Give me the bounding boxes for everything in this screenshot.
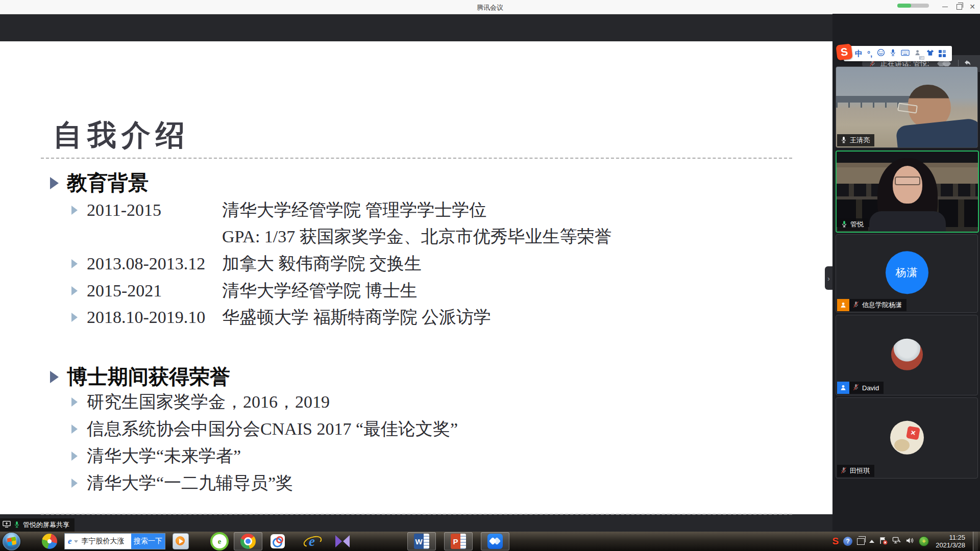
help-tray-icon[interactable]: ?: [843, 537, 852, 546]
clock-date: 2021/3/28: [936, 541, 965, 549]
window-titlebar: 腾讯会议 ✕: [0, 0, 980, 14]
participant-tile[interactable]: David: [836, 315, 978, 395]
ime-toolbar: S 中 °, 18: [844, 46, 952, 61]
avatar: 杨潇: [886, 251, 928, 294]
member-badge-icon: [837, 382, 849, 394]
section-heading: 教育背景: [50, 169, 149, 197]
ime-profile-icon[interactable]: 18: [914, 49, 922, 59]
divider: [41, 514, 792, 515]
avatar: ×: [890, 420, 924, 454]
virtual-keyboard-icon[interactable]: [901, 49, 910, 58]
word-taskbar-button[interactable]: W: [407, 532, 436, 550]
taskbar-clock[interactable]: 11:25 2021/3/28: [936, 534, 965, 549]
kmplayer-icon[interactable]: [335, 535, 350, 548]
bullet-triangle-icon: [50, 371, 59, 383]
slide-bullet-row: 研究生国家奖学金，2016，2019: [71, 390, 330, 414]
ime-toolbox-icon[interactable]: [939, 50, 946, 57]
green-browser-icon[interactable]: e: [210, 532, 229, 550]
search-button[interactable]: 搜索一下: [131, 534, 165, 549]
bullet-triangle-icon: [71, 206, 78, 215]
ime-language-toggle[interactable]: 中: [855, 49, 863, 59]
search-input[interactable]: 李宁股价大涨: [82, 537, 131, 546]
system-tray: S ? + 11:25 2021/3/28: [832, 532, 980, 551]
participant-name-chip: 王清亮: [837, 134, 874, 146]
mic-muted-icon: [841, 467, 847, 475]
participant-name: 王清亮: [850, 136, 870, 145]
internet-explorer-icon[interactable]: e: [304, 534, 320, 549]
section-heading: 博士期间获得荣誉: [50, 363, 230, 391]
window-title: 腾讯会议: [0, 3, 980, 12]
tencent-meeting-window: 腾讯会议 ✕ 自我介绍 教育背景 2011-2015 清华大学经管学院 管理学学…: [0, 0, 980, 551]
taskbar-search-box[interactable]: e 李宁股价大涨 搜索一下: [64, 533, 165, 549]
shared-screen-slide: 自我介绍 教育背景 2011-2015 清华大学经管学院 管理学学士学位 GPA…: [0, 41, 832, 514]
mic-muted-icon: [853, 301, 859, 310]
volume-tray-icon[interactable]: [905, 537, 914, 546]
slide-title: 自我介绍: [53, 116, 190, 155]
mic-on-icon: [841, 136, 847, 145]
chrome-icon: [240, 534, 256, 549]
avatar: [891, 339, 923, 370]
action-center-flag-icon[interactable]: [879, 536, 888, 547]
ime-skin-icon[interactable]: [926, 49, 934, 58]
emoji-icon[interactable]: [877, 48, 885, 59]
bullet-triangle-icon: [71, 397, 78, 407]
mic-speaking-icon: [841, 220, 847, 229]
chrome-taskbar-button[interactable]: [234, 532, 262, 550]
bullet-triangle-icon: [71, 452, 78, 461]
network-tray-icon[interactable]: [892, 536, 901, 546]
start-button[interactable]: [3, 533, 20, 550]
show-desktop-button[interactable]: [973, 532, 978, 551]
participant-tile[interactable]: 管悦: [836, 151, 979, 233]
screen-share-indicator: 管悦的屏幕共享: [0, 518, 75, 532]
bullet-triangle-icon: [71, 286, 78, 295]
bullet-triangle-icon: [71, 479, 78, 488]
participant-tile[interactable]: 杨潇 信息学院杨潇: [836, 234, 978, 313]
windows-taskbar: e 李宁股价大涨 搜索一下 e e W P S ?: [0, 532, 980, 551]
panel-collapse-button[interactable]: ›: [825, 266, 832, 290]
close-button[interactable]: ✕: [967, 2, 978, 11]
mic-on-green-icon: [14, 521, 20, 530]
bullet-triangle-icon: [71, 259, 78, 268]
screen-share-icon: [3, 520, 11, 530]
restore-button[interactable]: [953, 2, 965, 11]
chevron-down-icon[interactable]: [74, 540, 78, 543]
slide-bullet-row: 清华大学“未来学者”: [71, 444, 241, 468]
bullet-triangle-icon: [71, 424, 78, 434]
share-tag-label: 管悦的屏幕共享: [23, 520, 69, 530]
ie-mini-icon: e: [68, 536, 72, 546]
media-player-icon[interactable]: [173, 533, 189, 549]
voice-input-icon[interactable]: [890, 48, 896, 59]
member-badge-icon: [837, 299, 849, 311]
meeting-taskbar-button[interactable]: [481, 532, 509, 550]
mic-muted-icon: [853, 384, 859, 392]
clock-time: 11:25: [949, 534, 965, 541]
ime-punctuation-toggle[interactable]: °,: [867, 49, 872, 58]
participant-tile[interactable]: × 田恒琪: [836, 397, 978, 479]
bullet-triangle-icon: [50, 177, 59, 189]
baidu-netdisk-icon[interactable]: [271, 534, 285, 548]
powerpoint-taskbar-button[interactable]: P: [444, 532, 473, 550]
slide-bullet-row: GPA: 1/37 获国家奖学金、北京市优秀毕业生等荣誉: [71, 225, 612, 248]
participant-name-chip: 田恒琪: [837, 465, 874, 477]
participant-name: David: [862, 384, 879, 392]
sogou-tray-icon[interactable]: S: [832, 536, 839, 547]
tencent-meeting-icon: [487, 534, 503, 549]
divider: [41, 158, 792, 159]
minimize-button[interactable]: [939, 2, 950, 11]
slide-bullet-row: 2015-2021 清华大学经管学院 博士生: [71, 279, 418, 303]
sticker-x-icon: ×: [906, 425, 920, 440]
slide-bullet-row: 2013.08-2013.12 加拿大 毅伟商学院 交换生: [71, 252, 422, 276]
word-icon: W: [414, 534, 429, 549]
participant-name-chip: David: [849, 382, 884, 394]
participant-tile[interactable]: 王清亮: [836, 66, 978, 148]
sogou-browser-icon[interactable]: [42, 534, 57, 549]
participant-name: 田恒琪: [850, 466, 870, 475]
slide-bullet-row: 清华大学“一二九辅导员”奖: [71, 471, 293, 495]
participant-name: 管悦: [850, 220, 864, 229]
windows-stack-icon[interactable]: [857, 538, 865, 545]
antivirus-tray-icon[interactable]: +: [919, 536, 929, 546]
sogou-ime-icon[interactable]: S: [836, 43, 852, 60]
progress-pill: [897, 4, 929, 8]
slide-bullet-row: 信息系统协会中国分会CNAIS 2017 “最佳论文奖”: [71, 417, 458, 441]
show-hidden-icons-button[interactable]: [869, 540, 874, 543]
